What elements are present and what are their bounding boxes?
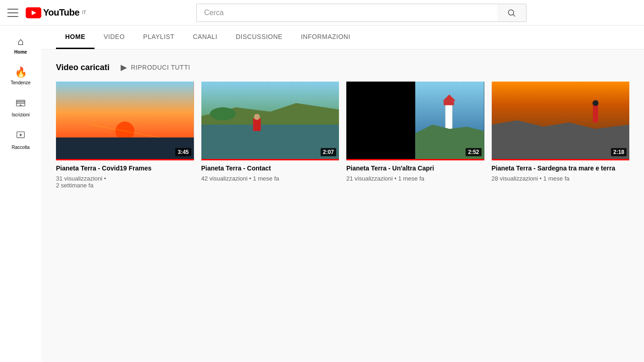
video-thumbnail-4: 2:18 <box>492 82 630 159</box>
search-input[interactable] <box>196 4 497 22</box>
logo[interactable]: YouTubeIT <box>26 7 86 18</box>
duration-badge-4: 2:18 <box>611 148 627 156</box>
tab-informazioni[interactable]: INFORMAZIONI <box>292 26 360 49</box>
video-views-1: 31 visualizzazioni <box>56 175 102 182</box>
search-bar <box>196 4 527 22</box>
video-card-1[interactable]: 3:45 Pianeta Terra - Covid19 Frames 31 v… <box>56 82 194 189</box>
video-title-1: Pianeta Terra - Covid19 Frames <box>56 164 194 173</box>
svg-point-19 <box>210 107 235 120</box>
video-info-3: Pianeta Terra - Un'altra Capri 21 visual… <box>346 160 484 182</box>
header: YouTubeIT <box>0 0 644 26</box>
sidebar-label-subscriptions: Iscrizioni <box>12 112 30 117</box>
svg-line-3 <box>513 14 515 16</box>
sidebar-label-library: Raccolta <box>12 145 30 150</box>
sidebar-label-home: Home <box>14 49 27 55</box>
svg-rect-12 <box>56 137 194 159</box>
play-all-button[interactable]: ▶ RIPRODUCI TUTTI <box>117 60 194 74</box>
tab-home[interactable]: HOME <box>56 26 94 49</box>
channel-tabs: HOME VIDEO PLAYLIST CANALI DISCUSSIONE I… <box>41 26 644 49</box>
video-views-2: 42 visualizzazioni <box>201 175 248 182</box>
video-meta-4: 28 visualizzazioni • 1 mese fa <box>492 175 630 182</box>
thumb-image-2 <box>201 82 339 159</box>
svg-rect-23 <box>444 101 454 105</box>
thumb-image-3 <box>346 82 484 159</box>
header-left: YouTubeIT <box>7 7 86 18</box>
video-card-2[interactable]: 2:07 Pianeta Terra - Contact 42 visualiz… <box>201 82 339 189</box>
video-time-4: 1 mese fa <box>543 175 569 182</box>
svg-marker-9 <box>20 133 22 136</box>
sidebar-item-subscriptions[interactable]: Iscrizioni <box>0 93 41 123</box>
sidebar-label-trending: Tendenze <box>11 80 30 85</box>
video-time-1: 2 settimane fa <box>56 182 94 189</box>
play-all-icon: ▶ <box>121 62 128 72</box>
search-container <box>86 4 637 22</box>
duration-badge-1: 3:45 <box>175 148 191 156</box>
logo-lang: IT <box>82 10 86 15</box>
section-title: Video caricati <box>56 63 110 72</box>
sidebar: ⌂ Home 🔥 Tendenze Iscrizioni Raccolta <box>0 26 41 362</box>
duration-badge-2: 2:07 <box>321 148 336 156</box>
video-title-2: Pianeta Terra - Contact <box>201 164 339 173</box>
main-content: HOME VIDEO PLAYLIST CANALI DISCUSSIONE I… <box>41 26 644 362</box>
svg-rect-6 <box>17 103 25 104</box>
svg-rect-28 <box>593 105 598 123</box>
video-info-1: Pianeta Terra - Covid19 Frames 31 visual… <box>56 160 194 189</box>
sidebar-item-trending[interactable]: 🔥 Tendenze <box>0 62 41 91</box>
hamburger-button[interactable] <box>7 7 18 18</box>
youtube-logo-icon <box>26 7 41 18</box>
library-icon <box>16 130 26 142</box>
video-views-4: 28 visualizzazioni <box>492 175 538 182</box>
section-header: Video caricati ▶ RIPRODUCI TUTTI <box>56 60 629 74</box>
video-time-3: 1 mese fa <box>398 175 424 182</box>
home-icon: ⌂ <box>17 37 23 47</box>
video-card-3[interactable]: 2:52 Pianeta Terra - Un'altra Capri 21 v… <box>346 82 484 189</box>
video-meta-3: 21 visualizzazioni • 1 mese fa <box>346 175 484 182</box>
video-title-3: Pianeta Terra - Un'altra Capri <box>346 164 484 173</box>
tab-canali[interactable]: CANALI <box>183 26 227 49</box>
subscriptions-icon <box>16 98 26 110</box>
sidebar-item-home[interactable]: ⌂ Home <box>0 31 41 60</box>
video-meta-2: 42 visualizzazioni • 1 mese fa <box>201 175 339 182</box>
thumb-image-4 <box>492 82 630 159</box>
video-time-2: 1 mese fa <box>253 175 279 182</box>
svg-point-18 <box>254 114 260 120</box>
video-grid: 3:45 Pianeta Terra - Covid19 Frames 31 v… <box>56 82 629 189</box>
tab-discussione[interactable]: DISCUSSIONE <box>227 26 292 49</box>
tab-playlist[interactable]: PLAYLIST <box>134 26 183 49</box>
video-thumbnail-3: 2:52 <box>346 82 484 159</box>
play-all-label: RIPRODUCI TUTTI <box>131 64 190 71</box>
video-meta-1: 31 visualizzazioni • 2 settimane fa <box>56 175 194 189</box>
sidebar-item-library[interactable]: Raccolta <box>0 125 41 155</box>
tab-video[interactable]: VIDEO <box>94 26 134 49</box>
video-thumbnail-2: 2:07 <box>201 82 339 159</box>
video-thumbnail-1: 3:45 <box>56 82 194 159</box>
logo-text: YouTube <box>43 7 79 18</box>
svg-point-29 <box>592 100 598 106</box>
video-info-4: Pianeta Terra - Sardegna tra mare e terr… <box>492 160 630 182</box>
video-card-4[interactable]: 2:18 Pianeta Terra - Sardegna tra mare e… <box>492 82 630 189</box>
svg-rect-16 <box>201 125 339 159</box>
content-area: Video caricati ▶ RIPRODUCI TUTTI <box>41 49 644 200</box>
video-info-2: Pianeta Terra - Contact 42 visualizzazio… <box>201 160 339 182</box>
video-title-4: Pianeta Terra - Sardegna tra mare e terr… <box>492 164 630 173</box>
thumb-image-1 <box>56 82 194 159</box>
search-icon <box>507 8 516 17</box>
video-views-3: 21 visualizzazioni <box>346 175 393 182</box>
search-button[interactable] <box>497 4 527 22</box>
duration-badge-3: 2:52 <box>466 148 481 156</box>
svg-rect-17 <box>253 118 261 131</box>
svg-rect-20 <box>346 82 415 159</box>
svg-rect-5 <box>17 101 25 102</box>
trending-icon: 🔥 <box>15 67 27 77</box>
